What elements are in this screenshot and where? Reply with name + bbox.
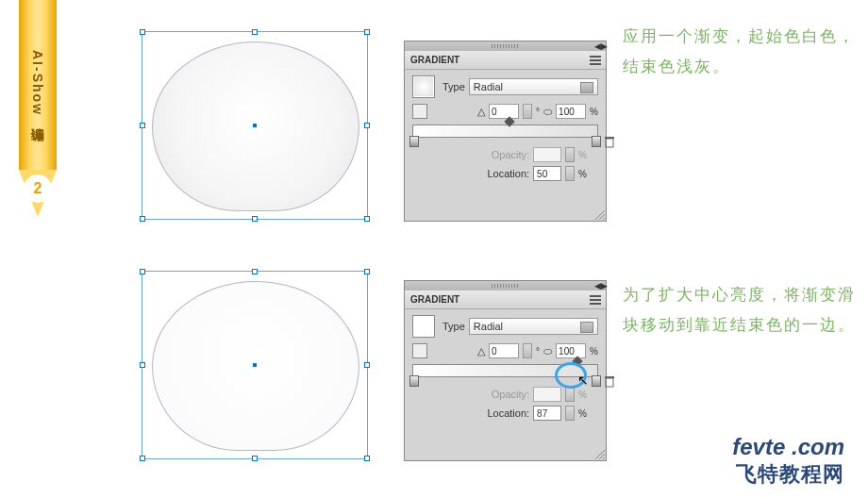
gradient-panel-top: ◀▶ GRADIENT Type Radial △ 0 ° ⬭ 100 %	[404, 41, 607, 222]
opacity-stepper[interactable]	[565, 387, 575, 402]
handle-bl[interactable]	[140, 216, 145, 222]
handle-mr[interactable]	[364, 123, 370, 128]
reverse-gradient-icon[interactable]	[412, 343, 427, 358]
angle-stepper[interactable]	[523, 343, 532, 358]
gradient-stop-end[interactable]	[592, 375, 601, 387]
handle-bc[interactable]	[252, 456, 258, 461]
handle-tl[interactable]	[140, 29, 145, 35]
svg-rect-3	[606, 139, 613, 147]
angle-icon: △	[477, 106, 485, 118]
gradient-swatch[interactable]	[412, 315, 435, 338]
annotation-top: 应用一个渐变，起始色白色，结束色浅灰。	[623, 22, 859, 83]
panel-collapse-icon[interactable]: ◀▶	[594, 42, 604, 51]
svg-line-15	[603, 457, 605, 459]
type-value: Radial	[474, 81, 503, 92]
opacity-stepper[interactable]	[565, 147, 575, 162]
angle-input[interactable]: 0	[489, 104, 519, 119]
handle-br[interactable]	[364, 216, 370, 222]
gradient-slider[interactable]	[412, 364, 598, 377]
pct-label: %	[578, 390, 587, 400]
gradient-panel-bottom: ◀▶ GRADIENT Type Radial △ 0 ° ⬭ 100 %	[404, 280, 607, 461]
svg-rect-4	[605, 137, 614, 139]
handle-tl[interactable]	[140, 269, 145, 274]
type-dropdown[interactable]: Radial	[469, 78, 598, 95]
svg-rect-12	[605, 376, 614, 378]
panel-header: GRADIENT	[405, 51, 606, 70]
type-value: Radial	[474, 321, 503, 332]
annotation-bottom: 为了扩大中心亮度，将渐变滑块移动到靠近结束色的一边。	[623, 280, 859, 341]
pct-label: %	[590, 346, 598, 357]
resize-grip-icon[interactable]	[593, 208, 605, 220]
svg-rect-0	[590, 56, 601, 58]
pct-label: %	[590, 107, 598, 117]
type-dropdown[interactable]: Radial	[469, 318, 598, 335]
handle-br[interactable]	[364, 456, 370, 461]
angle-input[interactable]: 0	[489, 343, 519, 358]
handle-tc[interactable]	[252, 29, 258, 35]
tutorial-step-badge: AI-Show编译 2	[19, 0, 57, 231]
resize-grip-icon[interactable]	[593, 448, 605, 459]
shape-selection-top[interactable]	[142, 31, 368, 220]
handle-bl[interactable]	[140, 456, 145, 461]
shape-selection-bottom[interactable]	[142, 271, 368, 459]
handle-tr[interactable]	[364, 269, 370, 274]
svg-rect-11	[606, 378, 613, 387]
aspect-icon: ⬭	[543, 106, 552, 118]
watermark: fevte .com 飞特教程网	[732, 434, 844, 489]
opacity-label: Opacity:	[492, 389, 529, 400]
location-stepper[interactable]	[565, 406, 575, 421]
opacity-input[interactable]	[533, 387, 561, 402]
pct-label: %	[578, 169, 587, 179]
panel-title: GRADIENT	[410, 55, 459, 65]
center-point[interactable]	[253, 363, 257, 367]
gradient-stop-end[interactable]	[592, 136, 601, 147]
location-label: Location:	[487, 168, 529, 179]
watermark-cn: 飞特教程网	[732, 460, 844, 489]
opacity-label: Opacity:	[492, 149, 529, 160]
panel-title: GRADIENT	[410, 294, 459, 305]
handle-mr[interactable]	[364, 362, 370, 368]
svg-rect-8	[590, 295, 601, 297]
panel-menu-icon[interactable]	[589, 55, 602, 66]
aspect-input[interactable]: 100	[556, 343, 586, 358]
panel-collapse-icon[interactable]: ◀▶	[594, 281, 604, 290]
gradient-stop-start[interactable]	[409, 136, 419, 147]
gradient-stop-start[interactable]	[409, 375, 419, 387]
location-input[interactable]: 87	[533, 406, 561, 421]
handle-ml[interactable]	[140, 362, 145, 368]
location-stepper[interactable]	[565, 166, 575, 181]
pct-label: %	[578, 150, 587, 160]
angle-stepper[interactable]	[523, 104, 532, 119]
svg-rect-1	[590, 59, 601, 61]
delete-stop-icon[interactable]	[603, 135, 616, 148]
gradient-slider[interactable]	[412, 124, 598, 138]
aspect-input[interactable]: 100	[556, 104, 586, 119]
center-point[interactable]	[253, 124, 257, 127]
panel-grip-icon	[492, 44, 520, 48]
handle-tc[interactable]	[252, 269, 258, 274]
badge-body: AI-Show编译	[19, 0, 57, 170]
opacity-input[interactable]	[533, 147, 561, 162]
location-input[interactable]: 50	[533, 166, 561, 181]
deg-unit: °	[536, 107, 540, 117]
reverse-gradient-icon[interactable]	[412, 104, 427, 119]
handle-tr[interactable]	[364, 29, 370, 35]
panel-titlebar[interactable]: ◀▶	[405, 42, 606, 51]
aspect-icon: ⬭	[543, 345, 552, 357]
step-number: 2	[24, 174, 52, 203]
badge-text: AI-Show编译	[29, 50, 46, 120]
gradient-swatch[interactable]	[412, 75, 435, 98]
panel-grip-icon	[492, 284, 520, 288]
delete-stop-icon[interactable]	[603, 374, 616, 388]
handle-ml[interactable]	[140, 123, 145, 128]
panel-menu-icon[interactable]	[589, 294, 602, 306]
panel-body: Type Radial △ 0 ° ⬭ 100 % Opacity:	[405, 70, 606, 191]
handle-bc[interactable]	[252, 216, 258, 222]
svg-rect-10	[590, 303, 601, 305]
pct-label: %	[578, 408, 587, 419]
angle-icon: △	[477, 345, 485, 357]
panel-body: Type Radial △ 0 ° ⬭ 100 % Opacity:	[405, 309, 606, 430]
svg-line-7	[603, 218, 605, 220]
type-label: Type	[442, 321, 465, 332]
panel-titlebar[interactable]: ◀▶	[405, 281, 606, 290]
